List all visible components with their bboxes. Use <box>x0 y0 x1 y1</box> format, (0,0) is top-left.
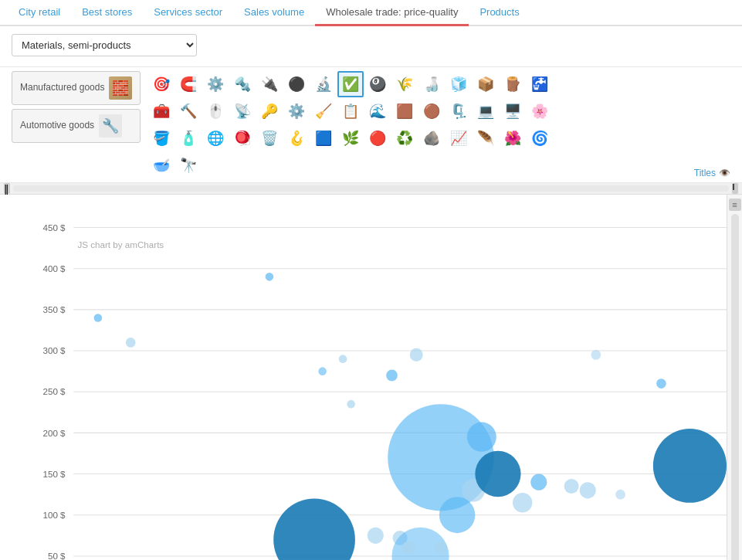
icon-cell[interactable]: ♻️ <box>391 125 418 151</box>
svg-point-32 <box>434 541 447 555</box>
icon-cell[interactable]: 🪵 <box>500 71 526 97</box>
icon-cell[interactable]: 🔴 <box>364 125 391 151</box>
icon-cell[interactable]: 🌊 <box>364 98 391 124</box>
icon-cell[interactable]: 📈 <box>446 125 472 151</box>
svg-text:200 $: 200 $ <box>42 428 66 438</box>
tab-services-sector[interactable]: Services sector <box>143 0 233 26</box>
icon-cell[interactable]: 🚰 <box>527 71 553 97</box>
svg-point-22 <box>467 423 496 452</box>
icon-cell[interactable]: 🌀 <box>527 125 553 151</box>
icon-cell[interactable]: 🗜️ <box>446 98 472 124</box>
tab-products[interactable]: Products <box>469 0 530 26</box>
top-scrollbar: ‖ ‖ <box>0 183 742 195</box>
icon-cell[interactable]: 🪣 <box>148 125 174 151</box>
titles-button[interactable]: Titles 👁️ <box>694 168 730 178</box>
svg-text:300 $: 300 $ <box>42 345 66 355</box>
icon-cell[interactable]: 🎯 <box>148 71 174 97</box>
icon-cell[interactable]: 🖥️ <box>500 98 526 124</box>
scroll-handle-left[interactable]: ‖ <box>4 183 10 194</box>
svg-point-37 <box>126 338 136 348</box>
category-automotive[interactable]: Automotive goods 🔧 <box>12 109 141 143</box>
icon-cell-selected[interactable]: ✅ <box>337 71 364 97</box>
icon-cell[interactable]: 🌐 <box>202 125 229 151</box>
svg-point-28 <box>368 528 384 544</box>
svg-point-43 <box>591 350 601 360</box>
icon-cell[interactable]: 🌾 <box>391 71 418 97</box>
icon-cell[interactable]: 🧲 <box>175 71 202 97</box>
scroll-track[interactable] <box>13 185 729 192</box>
svg-text:100 $: 100 $ <box>42 510 66 520</box>
icon-cell[interactable]: 🪨 <box>418 125 445 151</box>
icon-cell[interactable]: 📡 <box>229 98 256 124</box>
icon-cell[interactable]: 🪶 <box>473 125 499 151</box>
svg-text:350 $: 350 $ <box>42 304 66 314</box>
icon-cell[interactable]: 🌺 <box>500 125 526 151</box>
icon-cell[interactable]: 🔬 <box>310 71 337 97</box>
icon-cell[interactable]: 📦 <box>473 71 499 97</box>
svg-point-35 <box>266 273 274 281</box>
icon-cell[interactable]: 🔭 <box>175 152 202 178</box>
svg-text:JS chart by amCharts: JS chart by amCharts <box>77 239 164 249</box>
icon-cell[interactable]: 🟤 <box>418 98 445 124</box>
icon-cell[interactable]: 🟦 <box>310 125 337 151</box>
icon-cell[interactable]: 🪝 <box>283 125 310 151</box>
icon-grid-area: Manufactured goods 🧱 Automotive goods 🔧 … <box>0 67 742 183</box>
svg-point-26 <box>564 479 579 494</box>
icon-cell[interactable]: 🪀 <box>229 125 256 151</box>
svg-point-39 <box>386 370 398 382</box>
category-dropdown[interactable]: Materials, semi-products Manufactured go… <box>12 34 197 56</box>
icon-cell[interactable]: 🧴 <box>175 125 202 151</box>
icon-cell[interactable]: 🔌 <box>256 71 283 97</box>
icon-cell[interactable]: 🌿 <box>337 125 364 151</box>
icon-cell[interactable]: 🥣 <box>148 152 174 178</box>
svg-point-40 <box>410 348 423 361</box>
svg-point-34 <box>656 378 666 389</box>
category-groups: Manufactured goods 🧱 Automotive goods 🔧 <box>12 71 141 147</box>
automotive-label: Automotive goods <box>20 120 94 132</box>
tab-wholesale-trade[interactable]: Wholesale trade: price-quality <box>315 0 469 26</box>
icon-cell[interactable]: ⚙️ <box>202 71 229 97</box>
chart-area: 450 $ 400 $ 350 $ 300 $ 250 $ 200 $ 150 … <box>0 195 742 560</box>
icon-cell[interactable]: 🧊 <box>446 71 472 97</box>
svg-point-31 <box>401 541 415 555</box>
svg-point-46 <box>580 482 596 498</box>
icon-cell[interactable]: 🧹 <box>310 98 337 124</box>
tab-sales-volume[interactable]: Sales volume <box>233 0 315 26</box>
icon-cell[interactable]: 🔨 <box>175 98 202 124</box>
svg-point-41 <box>347 400 355 409</box>
manufactured-label: Manufactured goods <box>20 82 104 94</box>
icon-cell[interactable]: 🧰 <box>148 98 174 124</box>
icon-cell[interactable]: 🗑️ <box>256 125 283 151</box>
icon-cell[interactable]: 🟫 <box>391 98 418 124</box>
svg-point-47 <box>615 490 625 500</box>
svg-text:150 $: 150 $ <box>42 469 66 479</box>
icon-cell[interactable]: 📋 <box>337 98 364 124</box>
svg-text:450 $: 450 $ <box>42 222 66 232</box>
icon-cell[interactable]: ⚫ <box>283 71 310 97</box>
tabs-bar: City retail Best stores Services sector … <box>0 0 742 26</box>
chart-svg: 450 $ 400 $ 350 $ 300 $ 250 $ 200 $ 150 … <box>0 195 727 560</box>
eye-icon: 👁️ <box>719 168 730 178</box>
svg-point-36 <box>94 314 103 322</box>
chart-wrapper: 450 $ 400 $ 350 $ 300 $ 250 $ 200 $ 150 … <box>0 195 727 560</box>
icon-cell[interactable]: 🍶 <box>418 71 445 97</box>
icon-cell[interactable]: 🔩 <box>229 71 256 97</box>
svg-text:50 $: 50 $ <box>48 551 66 560</box>
svg-point-23 <box>475 451 520 497</box>
icon-cell[interactable]: ⚙️ <box>283 98 310 124</box>
icon-cell[interactable]: 💻 <box>473 98 499 124</box>
scroll-handle-right[interactable]: ‖ <box>732 183 738 194</box>
tab-best-stores[interactable]: Best stores <box>71 0 143 26</box>
category-area: Materials, semi-products Manufactured go… <box>0 26 742 67</box>
icon-cell[interactable]: 🎱 <box>364 71 391 97</box>
svg-text:250 $: 250 $ <box>42 386 66 396</box>
svg-point-25 <box>530 474 547 490</box>
icon-cell[interactable]: 🌸 <box>527 98 553 124</box>
category-manufactured[interactable]: Manufactured goods 🧱 <box>12 71 141 105</box>
tab-city-retail[interactable]: City retail <box>8 0 71 26</box>
icon-cell[interactable]: 🖱️ <box>202 98 229 124</box>
svg-point-24 <box>513 493 532 513</box>
icon-cell[interactable]: 🔑 <box>256 98 283 124</box>
svg-point-27 <box>273 498 355 560</box>
zoom-out-btn[interactable]: ≡ <box>729 199 741 211</box>
